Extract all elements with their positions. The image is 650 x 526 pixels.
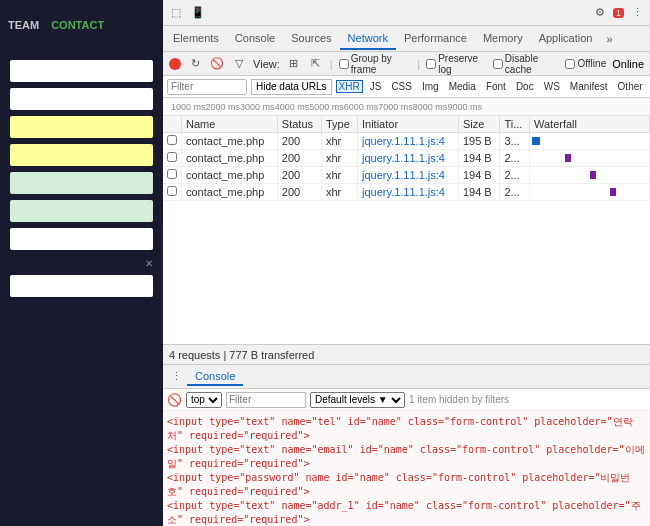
filter-xhr[interactable]: XHR xyxy=(336,80,363,93)
tab-console-bottom[interactable]: Console xyxy=(187,368,243,386)
row-status-0: 200 xyxy=(277,133,321,150)
row-status-3: 200 xyxy=(277,184,321,201)
form-field-1[interactable] xyxy=(10,60,153,82)
tab-memory[interactable]: Memory xyxy=(475,28,531,50)
filter-ws[interactable]: WS xyxy=(541,81,563,92)
row-checkbox-1[interactable] xyxy=(163,150,182,167)
console-clear-icon[interactable]: 🚫 xyxy=(167,393,182,407)
nav-contact[interactable]: CONTACT xyxy=(51,19,104,31)
row-initiator-3[interactable]: jquery.1.11.1.js:4 xyxy=(357,184,458,201)
filter-bar: Hide data URLs XHR JS CSS Img Media Font… xyxy=(163,76,650,98)
view-label: View: xyxy=(253,58,280,70)
status-text: 4 requests | 777 B transferred xyxy=(169,349,314,361)
error-badge: 1 xyxy=(613,8,624,18)
filter-js[interactable]: JS xyxy=(367,81,385,92)
network-table: Name Status Type Initiator Size Ti... Wa… xyxy=(163,116,650,344)
hide-data-urls-button[interactable]: Hide data URLs xyxy=(251,79,332,95)
form-field-3[interactable] xyxy=(10,116,153,138)
form-area: ✕ xyxy=(0,50,163,526)
filter-media[interactable]: Media xyxy=(446,81,479,92)
col-waterfall[interactable]: Waterfall xyxy=(530,116,650,133)
timeline-7000ms: 7000 ms xyxy=(378,102,413,112)
row-size-1: 194 B xyxy=(458,150,499,167)
row-size-2: 194 B xyxy=(458,167,499,184)
row-initiator-0[interactable]: jquery.1.11.1.js:4 xyxy=(357,133,458,150)
col-status[interactable]: Status xyxy=(277,116,321,133)
row-checkbox-2[interactable] xyxy=(163,167,182,184)
tab-performance[interactable]: Performance xyxy=(396,28,475,50)
form-field-7[interactable] xyxy=(10,228,153,250)
form-field-5[interactable] xyxy=(10,172,153,194)
form-field-4[interactable] xyxy=(10,144,153,166)
row-initiator-1[interactable]: jquery.1.11.1.js:4 xyxy=(357,150,458,167)
console-line: <input type="text" name="tel" id="name" … xyxy=(167,415,646,443)
nav-team[interactable]: TEAM xyxy=(8,19,39,31)
filter-manifest[interactable]: Manifest xyxy=(567,81,611,92)
row-initiator-2[interactable]: jquery.1.11.1.js:4 xyxy=(357,167,458,184)
console-menu-icon[interactable]: ⋮ xyxy=(167,368,185,386)
col-size[interactable]: Size xyxy=(458,116,499,133)
tab-network[interactable]: Network xyxy=(340,28,396,50)
tab-console[interactable]: Console xyxy=(227,28,283,50)
console-levels-select[interactable]: Default levels ▼ xyxy=(310,392,405,408)
row-name-2: contact_me.php xyxy=(182,167,278,184)
cursor-icon[interactable]: ⇱ xyxy=(308,55,324,73)
col-initiator[interactable]: Initiator xyxy=(357,116,458,133)
offline-checkbox[interactable]: Offline xyxy=(565,58,606,69)
tab-elements[interactable]: Elements xyxy=(165,28,227,50)
row-waterfall-1 xyxy=(530,150,650,167)
tab-sources[interactable]: Sources xyxy=(283,28,339,50)
row-time-3: 2... xyxy=(500,184,530,201)
row-checkbox-3[interactable] xyxy=(163,184,182,201)
form-field-6[interactable] xyxy=(10,200,153,222)
filter-font[interactable]: Font xyxy=(483,81,509,92)
row-checkbox-0[interactable] xyxy=(163,133,182,150)
row-name-0: contact_me.php xyxy=(182,133,278,150)
timeline-1000ms: 1000 ms xyxy=(171,102,206,112)
mobile-icon[interactable]: 📱 xyxy=(189,4,207,22)
row-size-0: 195 B xyxy=(458,133,499,150)
form-field-2[interactable] xyxy=(10,88,153,110)
network-rows: contact_me.php 200 xhr jquery.1.11.1.js:… xyxy=(163,133,650,201)
col-type[interactable]: Type xyxy=(321,116,357,133)
form-field-8[interactable] xyxy=(10,275,153,297)
timeline-3000ms: 3000 ms xyxy=(240,102,275,112)
inspect-icon[interactable]: ⬚ xyxy=(167,4,185,22)
reload-icon[interactable]: ↻ xyxy=(187,55,203,73)
disable-cache-checkbox[interactable]: Disable cache xyxy=(493,53,560,75)
console-context-select[interactable]: top xyxy=(186,392,222,408)
row-waterfall-0 xyxy=(530,133,650,150)
filter-css[interactable]: CSS xyxy=(388,81,415,92)
timeline-6000ms: 6000 ms xyxy=(344,102,379,112)
settings-icon[interactable]: ⚙ xyxy=(591,4,609,22)
row-waterfall-2 xyxy=(530,167,650,184)
clear-icon[interactable]: 🚫 xyxy=(209,55,225,73)
row-name-1: contact_me.php xyxy=(182,150,278,167)
filter-other[interactable]: Other xyxy=(615,81,646,92)
col-name[interactable]: Name xyxy=(182,116,278,133)
console-line: <input type="text" name="email" id="name… xyxy=(167,443,646,471)
col-time[interactable]: Ti... xyxy=(500,116,530,133)
filter-img[interactable]: Img xyxy=(419,81,442,92)
status-bar: 4 requests | 777 B transferred xyxy=(163,344,650,364)
table-row[interactable]: contact_me.php 200 xhr jquery.1.11.1.js:… xyxy=(163,184,650,201)
close-icon[interactable]: ✕ xyxy=(145,258,153,269)
table-row[interactable]: contact_me.php 200 xhr jquery.1.11.1.js:… xyxy=(163,133,650,150)
console-filter-input[interactable] xyxy=(226,392,306,408)
filter-input[interactable] xyxy=(167,79,247,95)
more-tabs-icon[interactable]: » xyxy=(600,29,618,49)
filter-doc[interactable]: Doc xyxy=(513,81,537,92)
group-by-frame-checkbox[interactable]: Group by frame xyxy=(339,53,412,75)
table-row[interactable]: contact_me.php 200 xhr jquery.1.11.1.js:… xyxy=(163,150,650,167)
record-button[interactable] xyxy=(169,58,181,70)
row-time-1: 2... xyxy=(500,150,530,167)
filter-icon[interactable]: ▽ xyxy=(231,55,247,73)
grid-view-icon[interactable]: ⊞ xyxy=(286,55,302,73)
more-icon[interactable]: ⋮ xyxy=(628,4,646,22)
table-row[interactable]: contact_me.php 200 xhr jquery.1.11.1.js:… xyxy=(163,167,650,184)
preserve-log-checkbox[interactable]: Preserve log xyxy=(426,53,487,75)
timeline-bar: 1000 ms 2000 ms 3000 ms 4000 ms 5000 ms … xyxy=(163,98,650,116)
devtools-tabs: Elements Console Sources Network Perform… xyxy=(163,26,650,52)
timeline-labels: 1000 ms 2000 ms 3000 ms 4000 ms 5000 ms … xyxy=(167,102,646,112)
tab-application[interactable]: Application xyxy=(531,28,601,50)
